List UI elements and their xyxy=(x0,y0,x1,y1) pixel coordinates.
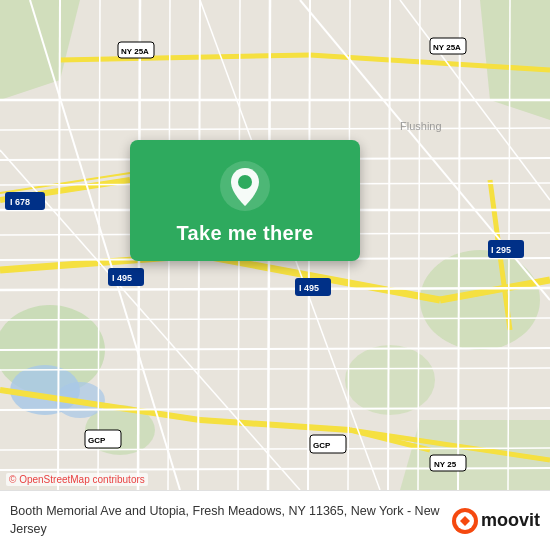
moovit-logo-icon xyxy=(451,507,479,535)
button-label: Take me there xyxy=(177,222,314,245)
map-container: I 678 NY 25A NY 25A I 495 I 495 I 295 GC… xyxy=(0,0,550,490)
svg-text:GCP: GCP xyxy=(88,436,106,445)
moovit-logo: moovit xyxy=(451,507,540,535)
svg-text:Flushing: Flushing xyxy=(400,120,442,132)
moovit-text: moovit xyxy=(481,510,540,531)
svg-text:I 295: I 295 xyxy=(491,245,511,255)
svg-text:GCP: GCP xyxy=(313,441,331,450)
location-pin-icon xyxy=(219,160,271,212)
svg-point-74 xyxy=(238,175,252,189)
svg-text:NY 25A: NY 25A xyxy=(433,43,461,52)
svg-text:NY 25: NY 25 xyxy=(434,460,457,469)
address-text: Booth Memorial Ave and Utopia, Fresh Mea… xyxy=(10,503,451,538)
svg-text:I 678: I 678 xyxy=(10,197,30,207)
svg-text:NY 25A: NY 25A xyxy=(121,47,149,56)
svg-point-5 xyxy=(345,345,435,415)
take-me-there-button[interactable]: Take me there xyxy=(130,140,360,261)
bottom-bar: Booth Memorial Ave and Utopia, Fresh Mea… xyxy=(0,490,550,550)
osm-attribution: © OpenStreetMap contributors xyxy=(6,473,148,486)
svg-text:I 495: I 495 xyxy=(299,283,319,293)
svg-text:I 495: I 495 xyxy=(112,273,132,283)
